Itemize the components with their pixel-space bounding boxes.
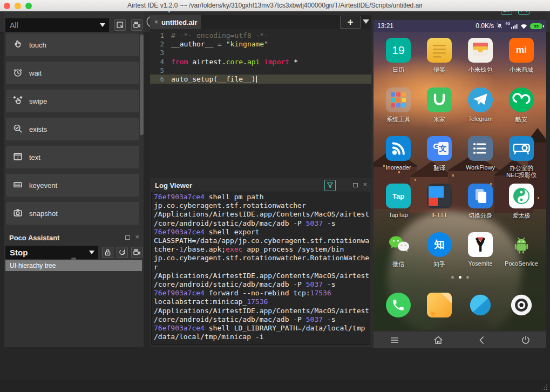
nav-back-button[interactable] <box>476 334 488 347</box>
app-TapTap[interactable]: TapTapTap <box>386 184 411 208</box>
app-日历[interactable]: 19日历 <box>386 38 411 63</box>
tab-close-icon[interactable]: × <box>154 18 158 26</box>
close-panel-icon[interactable]: × <box>135 233 139 241</box>
zhihu-app-icon[interactable]: 知 <box>427 232 452 257</box>
dock-browser[interactable] <box>468 293 493 317</box>
sysfolder-app-icon[interactable] <box>386 87 411 112</box>
action-swipe[interactable]: swipe <box>6 90 139 112</box>
app-label: PocoService <box>498 260 545 267</box>
app-IFTTT[interactable]: IFTTT <box>427 184 452 208</box>
ui-hierarchy-tree-header[interactable]: UI-hierachy tree <box>5 260 142 271</box>
wallet-app-icon[interactable] <box>468 38 493 63</box>
clone-app-icon[interactable] <box>468 184 493 208</box>
action-touch[interactable]: touch <box>6 33 139 56</box>
app-便签[interactable]: 便签 <box>427 38 452 63</box>
app-办公室的[interactable]: 办公室的NEC投影仪 <box>509 136 534 161</box>
translate-app-icon[interactable]: G文 <box>427 136 452 161</box>
wechat-app-icon[interactable] <box>386 232 411 257</box>
taiji-app-icon[interactable] <box>509 184 534 208</box>
telegram-app-icon[interactable] <box>468 87 493 112</box>
window-close-button[interactable] <box>4 3 10 9</box>
dock-camera[interactable] <box>509 293 534 317</box>
app-微信[interactable]: 微信 <box>386 232 411 257</box>
resize-grip[interactable] <box>546 389 547 390</box>
close-panel-icon[interactable]: × <box>363 180 367 188</box>
float-panel-icon[interactable] <box>353 183 358 187</box>
app-PocoService[interactable]: PocoService <box>509 232 534 257</box>
ifttt-app-icon[interactable] <box>427 184 452 208</box>
scrollbar-thumb[interactable] <box>140 35 144 135</box>
log-token: shell export <box>205 228 260 236</box>
line-number: 6 <box>150 75 164 83</box>
record-screen-button[interactable] <box>131 19 142 31</box>
app-爱太极[interactable]: 爱太极 <box>509 184 534 208</box>
log-token: 76ef903a7ce4 <box>154 228 205 236</box>
camera-app-icon[interactable] <box>509 293 534 317</box>
code-token: import <box>264 58 289 66</box>
app-翻译[interactable]: G文翻译 <box>427 136 452 161</box>
nav-power-button[interactable] <box>519 334 532 347</box>
lock-screen-button[interactable] <box>102 247 113 258</box>
projector-app-icon[interactable] <box>509 136 534 161</box>
action-text[interactable]: Ttext <box>6 146 139 168</box>
log-line: /core/android/static/adb/mac/adb -P 5037… <box>154 315 368 324</box>
calendar-app-icon[interactable]: 19 <box>386 38 411 63</box>
float-panel-icon[interactable] <box>125 235 130 240</box>
dock-messages[interactable] <box>427 293 452 317</box>
app-Yosemite[interactable]: YYosemite <box>468 232 493 257</box>
titlebar: Airtest IDE v1.2.0 ~~ /var/folders/ky/31… <box>0 0 550 11</box>
workflowy-app-icon[interactable] <box>468 136 493 161</box>
action-exists[interactable]: exists <box>6 118 139 140</box>
refresh-tree-button[interactable] <box>117 247 128 258</box>
code-token: airtest. <box>188 58 226 66</box>
dock-phone[interactable] <box>386 293 411 317</box>
code-editor[interactable]: 1# -*- encoding=utf8 -*-2__author__ = "k… <box>150 29 371 178</box>
app-小米商城[interactable]: mi小米商城 <box>509 38 534 63</box>
phone-app-icon[interactable] <box>386 293 411 317</box>
inoreader-app-icon[interactable] <box>386 136 411 161</box>
nav-home-button[interactable] <box>432 334 445 347</box>
pocoservice-app-icon[interactable] <box>509 232 534 257</box>
mistore-app-icon[interactable]: mi <box>509 38 534 63</box>
notes-app-icon[interactable] <box>427 38 452 63</box>
nav-menu-button[interactable] <box>388 334 401 347</box>
action-snapshot[interactable]: snapshot <box>6 202 139 225</box>
app-酷安[interactable]: 酷安 <box>509 87 534 112</box>
coolapk-app-icon[interactable] <box>509 87 534 112</box>
log-token: /Applications/AirtestIDE.app/Contents/Ma… <box>154 307 369 315</box>
app-Inoreader[interactable]: Inoreader <box>386 136 411 161</box>
app-切换分身[interactable]: 切换分身 <box>468 184 493 208</box>
app-知乎[interactable]: 知知乎 <box>427 232 452 257</box>
app-label: 翻译 <box>416 164 463 172</box>
taptap-app-icon[interactable]: Tap <box>386 184 411 208</box>
filter-log-button[interactable] <box>324 180 336 191</box>
mihome-app-icon[interactable] <box>427 87 452 112</box>
exists-icon <box>13 124 23 135</box>
app-系统工具[interactable]: 系统工具 <box>386 87 411 112</box>
action-label: text <box>29 153 40 161</box>
new-tab-button[interactable]: + <box>340 16 361 29</box>
record-screen-button[interactable] <box>131 247 142 258</box>
yosemite-app-icon[interactable]: Y <box>468 232 493 257</box>
app-米家[interactable]: 米家 <box>427 87 452 112</box>
app-Telegram[interactable]: Telegram <box>468 87 493 112</box>
window-zoom-button[interactable] <box>25 3 32 9</box>
code-line: 5 <box>150 66 371 75</box>
poco-mode-value: Stop <box>10 248 28 257</box>
screenshot-insert-button[interactable] <box>114 19 126 31</box>
device-screen-mirror[interactable]: 13:21 0.0K/s 4G 55 19日历便签小米钱包mi小米商城系统工具米… <box>374 20 546 330</box>
tab-untitled-air[interactable]: × untitled.air <box>150 15 201 29</box>
action-keyevent[interactable]: keyevent <box>6 174 139 197</box>
signal-bars-icon <box>511 23 518 29</box>
tab-list-chevron-icon[interactable] <box>363 19 369 27</box>
app-小米钱包[interactable]: 小米钱包 <box>468 38 493 63</box>
poco-mode-dropdown[interactable]: Stop <box>5 246 98 259</box>
action-wait[interactable]: wait <box>6 62 139 84</box>
messages-app-icon[interactable] <box>427 293 452 317</box>
airtest-filter-dropdown[interactable]: All <box>5 18 109 32</box>
log-output[interactable]: 76ef903a7ce4 shell pm pathjp.co.cyberage… <box>151 192 370 345</box>
browser-app-icon[interactable] <box>468 293 493 317</box>
window-minimize-button[interactable] <box>15 3 21 9</box>
action-label: snapshot <box>29 209 58 218</box>
app-WorkFlowy[interactable]: WorkFlowy <box>468 136 493 161</box>
